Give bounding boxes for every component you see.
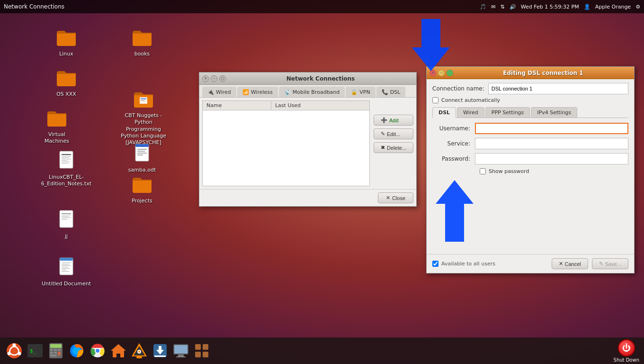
svg-marker-33 <box>412 19 450 71</box>
desktop-icon-linux[interactable]: Linux <box>45 26 88 57</box>
svg-rect-43 <box>50 349 53 351</box>
svg-rect-17 <box>62 163 68 164</box>
edit-icon: ✎ <box>381 131 385 137</box>
dsl-tab-icon: 📞 <box>382 89 388 95</box>
desktop-icon-books[interactable]: books <box>121 26 163 57</box>
folder-icon-cbt <box>132 88 155 110</box>
available-users-label: Available to all users <box>441 261 495 267</box>
home-icon <box>110 342 127 359</box>
tray-media-icon[interactable]: 🎵 <box>480 4 486 10</box>
dock-calculator[interactable] <box>46 341 65 360</box>
nc-titlebar: ✕ – □ Network Connections <box>199 73 416 85</box>
dock-apps[interactable] <box>192 341 211 360</box>
connection-name-input[interactable] <box>488 83 628 94</box>
dock-ubuntu[interactable] <box>5 341 24 360</box>
show-password-checkbox[interactable] <box>480 168 486 174</box>
minimize-btn-nc[interactable]: – <box>211 75 217 82</box>
tray-volume-icon[interactable]: 🔊 <box>510 4 516 10</box>
username-input[interactable] <box>475 123 628 134</box>
tab-vpn[interactable]: 🔒 VPN <box>346 87 375 97</box>
svg-marker-55 <box>111 344 126 357</box>
dsl-footer-buttons: ✕ Cancel ✎ Save... <box>552 258 629 269</box>
nc-connections-table: Name Last Used <box>202 100 370 110</box>
desktop-icon-untitled[interactable]: Untitled Document <box>40 256 92 287</box>
close-btn-nc[interactable]: ✕ <box>202 75 209 82</box>
svg-rect-16 <box>62 162 70 162</box>
edit-connection-button[interactable]: ✎ Edit... <box>374 128 413 139</box>
dsl-tab-wired[interactable]: Wired <box>457 107 484 118</box>
nc-table-body <box>202 110 370 186</box>
dsl-tab-ppp[interactable]: PPP Settings <box>485 107 530 118</box>
vpn-tab-icon: 🔒 <box>351 89 358 95</box>
nc-window-title: Network Connections <box>228 75 413 82</box>
password-input[interactable] <box>475 153 628 164</box>
tray-network-icon[interactable]: ⇅ <box>500 4 504 10</box>
shutdown-power-icon: ⏻ <box>618 339 635 356</box>
cancel-button[interactable]: ✕ Cancel <box>552 258 588 269</box>
tab-mobile[interactable]: 📡 Mobile Broadband <box>279 87 345 97</box>
dock-home[interactable] <box>109 341 128 360</box>
desktop-icon-label: Projects <box>132 198 152 204</box>
svg-rect-64 <box>154 355 166 357</box>
desktop-icon-label: Linux <box>59 51 73 57</box>
available-users-checkbox[interactable] <box>432 261 438 267</box>
dock-firefox[interactable] <box>67 341 86 360</box>
available-users-row: Available to all users <box>432 261 495 267</box>
connection-name-row: Connection name: <box>432 83 628 94</box>
dock-terminal[interactable]: $_ <box>26 341 45 360</box>
svg-rect-68 <box>176 356 186 357</box>
tab-dsl[interactable]: 📞 DSL <box>376 87 406 97</box>
dock-chrome[interactable] <box>88 341 107 360</box>
nc-close-button[interactable]: ✕ Close <box>378 192 413 203</box>
svg-rect-32 <box>62 271 69 272</box>
dsl-tab-ipv4[interactable]: IPv4 Settings <box>531 107 577 118</box>
dock-download[interactable] <box>151 341 170 360</box>
desktop-icon-samba[interactable]: samba.odt <box>121 142 163 173</box>
svg-rect-29 <box>62 267 68 267</box>
desktop-icon-label: LinuxCBT_EL-6_Edition_Notes.txt <box>40 174 92 188</box>
service-input[interactable] <box>475 138 628 149</box>
dsl-tab-dsl[interactable]: DSL <box>432 107 456 118</box>
calculator-icon <box>47 342 64 359</box>
svg-rect-13 <box>62 157 69 158</box>
doc-icon-samba <box>131 142 153 165</box>
nc-footer: ✕ Close <box>199 189 416 206</box>
desktop-icon-label: jj <box>65 233 68 240</box>
delete-icon: ✖ <box>381 145 385 151</box>
col-last-used: Last Used <box>271 101 369 110</box>
arrow-down-indicator <box>412 19 450 71</box>
tab-wired[interactable]: 🔌 Wired <box>202 87 236 97</box>
desktop-icon-projects[interactable]: Projects <box>121 173 163 204</box>
dock-vlc[interactable] <box>130 341 149 360</box>
desktop-icon-virtual-machines[interactable]: Virtual Machines <box>36 107 78 145</box>
dock-display[interactable] <box>171 341 190 360</box>
desktop-icon-linuxcbt[interactable]: LinuxCBT_EL-6_Edition_Notes.txt <box>40 149 92 188</box>
save-button[interactable]: ✎ Save... <box>592 258 628 269</box>
svg-rect-30 <box>62 268 70 269</box>
nc-action-buttons: ➕ Add ✎ Edit... ✖ Delete... <box>374 100 413 186</box>
add-connection-button[interactable]: ➕ Add <box>374 115 413 126</box>
delete-connection-button[interactable]: ✖ Delete... <box>374 142 413 153</box>
svg-rect-15 <box>62 160 67 161</box>
auto-connect-checkbox[interactable] <box>432 97 438 103</box>
dsl-window-title: Editing DSL connection 1 <box>455 70 631 76</box>
add-icon: ➕ <box>381 117 387 123</box>
display-icon <box>172 342 189 359</box>
tray-mail-icon[interactable]: ✉ <box>491 4 495 10</box>
auto-connect-row: Connect automatically <box>432 97 628 103</box>
tab-wireless[interactable]: 📶 Wireless <box>237 87 278 97</box>
desktop-icon-cbt[interactable]: CBT Nuggets - Python Programming Python … <box>117 88 170 146</box>
desktop-icon-jj[interactable]: jj <box>45 209 88 240</box>
desktop-icon-os-xxx[interactable]: OS XXX <box>45 66 88 98</box>
wireless-tab-icon: 📶 <box>242 89 249 95</box>
dsl-titlebar: ✕ – □ Editing DSL connection 1 <box>427 67 634 79</box>
folder-icon-books <box>131 26 153 49</box>
username: Apple Orange <box>595 4 631 10</box>
arrow-up-indicator <box>436 180 474 242</box>
settings-icon[interactable]: ⚙ <box>635 4 640 10</box>
svg-rect-14 <box>62 159 71 159</box>
svg-rect-10 <box>60 151 73 168</box>
text-icon-linuxcbt <box>55 149 78 172</box>
shutdown-button[interactable]: ⏻ Shut Down <box>614 339 639 363</box>
maximize-btn-nc[interactable]: □ <box>219 75 226 82</box>
